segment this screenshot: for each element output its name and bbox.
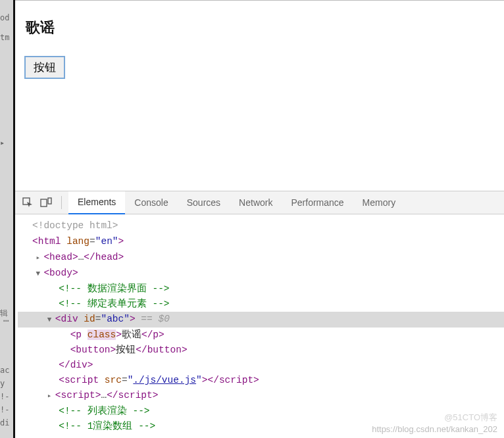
main-area: 歌谣 按钮 Elements Console Sources Network P… — [13, 0, 504, 438]
page-heading: 歌谣 — [26, 18, 493, 37]
rendered-page: 歌谣 按钮 — [15, 0, 504, 191]
gutter-fragment: y — [0, 379, 5, 388]
tab-divider — [61, 196, 62, 209]
dom-script-2[interactable]: ▸<script>…</script> — [18, 388, 504, 404]
devtools-tabbar: Elements Console Sources Network Perform… — [15, 191, 504, 214]
elements-dom-tree[interactable]: <!doctype html> <html lang="en"> ▸<head>… — [15, 214, 504, 438]
dom-script-src[interactable]: <script src="./js/vue.js"></script> — [18, 373, 504, 388]
svg-rect-2 — [48, 198, 51, 204]
svg-rect-1 — [41, 199, 47, 207]
dom-comment-3[interactable]: <!-- 列表渲染 --> — [18, 404, 504, 419]
editor-gutter: od tm ▸ 辑 ac y !- !- di — [0, 0, 13, 438]
watermark-line-2: https://blog.csdn.net/kankan_202 — [372, 424, 497, 434]
tab-memory[interactable]: Memory — [353, 191, 405, 214]
dom-body-open[interactable]: ▼<body> — [18, 266, 504, 281]
tab-console[interactable]: Console — [125, 191, 177, 214]
dom-selected-div[interactable]: … ▼<div id="abc"> == $0 — [18, 312, 504, 328]
dom-head[interactable]: ▸<head>…</head> — [18, 250, 504, 266]
gutter-fragment: !- — [0, 405, 9, 414]
tab-performance[interactable]: Performance — [282, 191, 353, 214]
gutter-fragment: ac — [0, 366, 9, 375]
dom-button-element[interactable]: <button>按钮</button> — [18, 343, 504, 358]
tab-elements[interactable]: Elements — [68, 191, 125, 214]
breakpoint-dots-icon[interactable]: … — [3, 312, 9, 327]
tab-network[interactable]: Network — [230, 191, 282, 214]
dom-doctype[interactable]: <!doctype html> — [18, 218, 504, 234]
device-toggle-icon[interactable] — [39, 195, 53, 210]
gutter-fragment: tm — [0, 33, 9, 42]
dom-html-open[interactable]: <html lang="en"> — [18, 234, 504, 250]
watermark-line-1: @51CTO博客 — [444, 412, 497, 424]
gutter-fragment: !- — [0, 392, 9, 401]
gutter-fragment: di — [0, 418, 9, 427]
devtools-panel: Elements Console Sources Network Perform… — [15, 191, 504, 438]
dom-div-close[interactable]: </div> — [18, 358, 504, 373]
page-button[interactable]: 按钮 — [24, 56, 65, 79]
gutter-fragment: ▸ — [0, 138, 5, 147]
dom-p-element[interactable]: <p class>歌谣</p> — [18, 328, 504, 343]
dom-comment-1[interactable]: <!-- 数据渲染界面 --> — [18, 281, 504, 297]
gutter-fragment: od — [0, 13, 9, 22]
dom-comment-2[interactable]: <!-- 绑定表单元素 --> — [18, 297, 504, 312]
tab-sources[interactable]: Sources — [178, 191, 230, 214]
inspect-icon[interactable] — [20, 195, 35, 210]
